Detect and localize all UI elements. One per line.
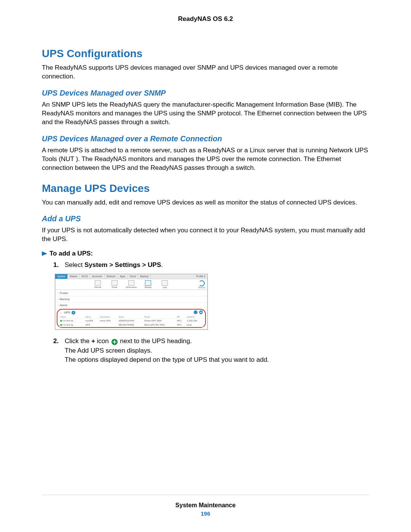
- section-power[interactable]: Power: [55, 290, 207, 296]
- page-header: ReadyNAS OS 6.2: [42, 15, 369, 23]
- svg-marker-0: [42, 251, 47, 256]
- nav-tabs: System Shares iSCSI Accounts Network App…: [55, 274, 207, 279]
- performance-icon: [128, 280, 134, 286]
- logs-icon: [162, 280, 168, 286]
- add-ups-button[interactable]: +: [72, 311, 75, 315]
- heading-snmp: UPS Devices Managed over SNMP: [42, 89, 369, 97]
- toolbar-power[interactable]: Power: [109, 280, 120, 288]
- toolbar-settings[interactable]: Settings: [142, 280, 154, 288]
- section-alerts[interactable]: Alerts: [55, 302, 207, 308]
- step-number: 1.: [53, 260, 61, 270]
- embedded-screenshot: System Shares iSCSI Accounts Network App…: [55, 274, 208, 330]
- paragraph: If your UPS is not automatically detecte…: [42, 226, 369, 244]
- refresh-icon: [199, 280, 205, 286]
- step-text: Click the: [65, 337, 91, 345]
- ups-heading: UPS: [64, 311, 70, 314]
- plus-circle-icon: [112, 339, 118, 345]
- heading-ups-configurations: UPS Configurations: [42, 48, 369, 60]
- toolbar-performance[interactable]: Performance: [126, 280, 137, 288]
- heading-add-ups: Add a UPS: [42, 214, 369, 223]
- step-2: 2. Click the + icon next to the UPS head…: [53, 337, 369, 365]
- settings-icon[interactable]: [194, 310, 198, 314]
- tab-shares[interactable]: Shares: [68, 274, 80, 279]
- paragraph: An SNMP UPS lets the ReadyNAS query the …: [42, 101, 369, 127]
- table-row[interactable]: On line ba… myUPS snmp UPS AS0643131442 …: [59, 318, 204, 323]
- page-footer: System Maintenance 196: [42, 495, 369, 517]
- step-text: The Add UPS screen displays.: [65, 347, 152, 354]
- footer-section-title: System Maintenance: [42, 502, 369, 509]
- profile-menu[interactable]: Profile ▾: [194, 274, 207, 279]
- step-text-bold: System > Settings > UPS: [84, 261, 161, 268]
- paragraph: A remote UPS is attached to a remote ser…: [42, 146, 369, 173]
- procedure-title: To add a UPS:: [49, 250, 93, 257]
- tab-network[interactable]: Network: [105, 274, 118, 279]
- status-dot-icon: [60, 324, 62, 326]
- ups-section: ⌄ UPS + Status Name Description Serial M…: [57, 309, 206, 328]
- toolbar: Volumes Power Performance Settings Logs …: [55, 279, 207, 290]
- procedure-arrow-icon: [42, 251, 47, 256]
- remove-button[interactable]: [199, 310, 203, 314]
- tab-accounts[interactable]: Accounts: [90, 274, 105, 279]
- toolbar-logs[interactable]: Logs: [159, 280, 170, 288]
- paragraph: The ReadyNAS supports UPS devices manage…: [42, 64, 369, 81]
- heading-remote: UPS Devices Managed over a Remote Connec…: [42, 134, 369, 143]
- step-text: .: [161, 261, 163, 268]
- tab-backup[interactable]: Backup: [138, 274, 151, 279]
- step-text-bold: +: [91, 337, 95, 345]
- toolbar-volumes[interactable]: Volumes: [92, 280, 104, 288]
- power-icon: [112, 280, 118, 286]
- step-1: 1. Select System > Settings > UPS.: [53, 260, 369, 270]
- settings-icon: [145, 280, 151, 286]
- paragraph: You can manually add, edit and remove UP…: [42, 198, 369, 207]
- step-text: next to the UPS heading.: [118, 337, 192, 345]
- step-text: Select: [65, 261, 84, 268]
- chevron-down-icon: ⌄: [60, 311, 62, 314]
- tab-system[interactable]: System: [55, 274, 68, 279]
- tab-iscsi[interactable]: iSCSI: [80, 274, 90, 279]
- step-text: The options displayed depend on the type…: [65, 356, 269, 363]
- tab-cloud[interactable]: Cloud: [127, 274, 138, 279]
- refresh-button[interactable]: Refresh: [198, 280, 205, 289]
- page-number: 196: [42, 510, 369, 517]
- volumes-icon: [95, 280, 101, 286]
- table-header-row: Status Name Description Serial Model Mfr…: [59, 315, 204, 319]
- divider: [42, 495, 369, 495]
- heading-manage-ups: Manage UPS Devices: [42, 182, 369, 195]
- step-text: icon: [95, 337, 111, 345]
- tab-apps[interactable]: Apps: [118, 274, 128, 279]
- status-dot-icon: [60, 320, 62, 322]
- ups-table: Status Name Description Serial Model Mfr…: [59, 315, 204, 327]
- table-row[interactable]: On line ba… UPS 5B1204T05832 Back-UPS RS…: [59, 323, 204, 327]
- section-backup[interactable]: Backup: [55, 296, 207, 302]
- step-number: 2.: [53, 337, 61, 346]
